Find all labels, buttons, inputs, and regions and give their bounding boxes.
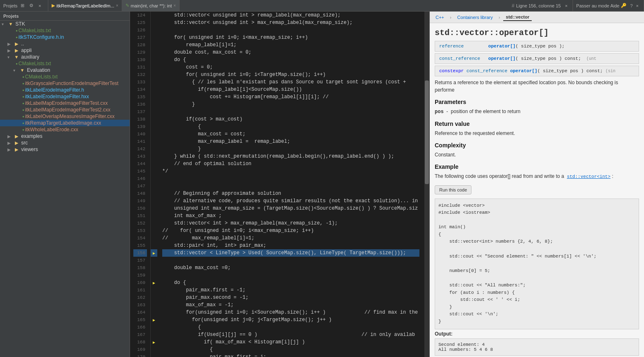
sidebar-item-labelerode-h[interactable]: ● itkLabelErodeImageFilter.h [0, 87, 130, 93]
code-line-166: { [162, 324, 419, 331]
dotdot-arrow: ▶ [7, 42, 13, 46]
indicator-132 [151, 71, 157, 78]
line-number-141: 141 [133, 138, 147, 145]
line-number-168: 168 [133, 338, 147, 346]
code-line-154: // max_remap_label[i]=1; [162, 234, 419, 242]
src-folder-icon: ▶ [13, 140, 20, 146]
project-label-section: Projets ⊞ ⚙ × [0, 0, 48, 11]
main-tab-close[interactable]: × [173, 3, 176, 8]
grayscale-status-icon: ● [22, 82, 24, 85]
indicator-147 [151, 182, 157, 190]
main-layout: Projets ▾ ▼ STK ● CMakeLists.txt ● [0, 12, 644, 357]
sidebar-tree[interactable]: ▾ ▼ STK ● CMakeLists.txt ● itkSTKConfigu… [0, 21, 130, 357]
line-number-147: 147 [133, 182, 147, 190]
indicator-137 [151, 108, 157, 116]
remap-tab-close[interactable]: × [116, 3, 118, 8]
project-icon-2[interactable]: ⚙ [28, 2, 35, 9]
line-number-139: 139 [133, 123, 147, 130]
sidebar-item-appli[interactable]: ▶ ▶ appli [0, 47, 130, 54]
line-number-162: 162 [133, 294, 147, 301]
doc-tab-containers[interactable]: Containers library [455, 14, 495, 21]
code-line-125: std::vector< unsigned int > max_remap_la… [162, 19, 419, 26]
examples-folder-icon: ▶ [13, 134, 20, 139]
sidebar-item-cmake3[interactable]: ● CMakeLists.txt [0, 73, 130, 80]
line-number-145: 145 [133, 168, 147, 175]
line-info-section: # Ligne 156, colonne 15 × [508, 0, 573, 11]
help-icon-2[interactable]: ? [628, 2, 634, 9]
remap-status-icon: ● [22, 121, 24, 125]
labelmap-test-status-icon: ● [22, 102, 24, 105]
code-line-170: pair_max.first = i; [162, 353, 419, 357]
code-line-126 [162, 26, 419, 34]
sidebar-item-cmake2[interactable]: ● CMakeLists.txt [0, 60, 130, 67]
editor-content: 1241251261271281291301311321331341351361… [130, 12, 429, 357]
labelerode-hxx-status-icon: ● [22, 95, 24, 99]
main-tab-label: main(int, char **): int [131, 3, 172, 8]
sidebar-item-cmake1[interactable]: ● CMakeLists.txt [0, 27, 130, 34]
editor-area: 1241251261271281291301311321331341351361… [130, 12, 429, 357]
code-line-165: for(unsigned int j=0; j<TargetMap.size()… [162, 316, 419, 324]
sidebar-item-viewers[interactable]: ▶ ▶ viewers [0, 146, 130, 153]
doc-example-link[interactable]: std::vector<int> [567, 174, 611, 179]
sidebar-item-labelerode-hxx[interactable]: ● itkLabelErodeImageFilter.hxx [0, 93, 130, 100]
line-number-150: 150 [133, 205, 147, 212]
stk-folder-icon: ▼ [7, 21, 14, 26]
line-number-156: 156 [133, 249, 147, 257]
window-close-icon[interactable]: × [635, 2, 640, 9]
line-number-151: 151 [133, 212, 147, 220]
indicator-128 [151, 41, 157, 49]
sidebar-item-dotdot[interactable]: ▶ ▶ .. [0, 40, 130, 47]
help-label: Passer au mode Aide [576, 3, 620, 8]
sidebar-item-grayscale[interactable]: ● itkGrayscaleFunctionErodeImageFilterTe… [0, 80, 130, 87]
indicator-140 [151, 130, 157, 138]
indicator-130 [151, 56, 157, 64]
sig2-fn: operator[] [488, 56, 516, 61]
sidebar-item-appli-label: appli [20, 47, 32, 53]
help-icon-1[interactable]: 🔑 [619, 2, 628, 9]
indicator-145 [151, 168, 157, 175]
line-number-143: 143 [133, 153, 147, 160]
sidebar-item-src[interactable]: ▶ ▶ src [0, 139, 130, 146]
line-number-135: 135 [133, 93, 147, 101]
indicator-156: ► [151, 249, 157, 257]
sidebar-item-labelmap-test2[interactable]: ● itkLabelMapErodeImageFilterTest2.cxx [0, 106, 130, 113]
sidebar-item-examples[interactable]: ▶ ▶ examples [0, 133, 130, 139]
project-label: Projets [3, 3, 17, 8]
sidebar-item-remap[interactable]: ● itkRemapTargetLabelledImage.cxx [0, 120, 130, 126]
doc-sig-2: const_reference operator[]( size_type po… [435, 53, 639, 64]
editor-tab-main[interactable]: ✎ main(int, char **): int × [122, 0, 180, 11]
doc-tab-cpp[interactable]: C++ [433, 14, 447, 21]
sidebar-item-stkconfig[interactable]: ● itkSTKConfigure.h.in [0, 34, 130, 40]
code-editor[interactable]: std::vector< unsigned int > remap_label(… [157, 12, 424, 357]
wholelabel-status-icon: ● [22, 128, 24, 132]
project-icon-1[interactable]: ⊞ [19, 2, 26, 9]
doc-tab-vector[interactable]: std::vector [503, 14, 532, 21]
sidebar-item-wholelabel[interactable]: ● itkWholeLabelErode.cxx [0, 126, 130, 133]
code-line-153: // for( unsigned int i=0; i<max_remap_si… [162, 227, 419, 234]
editor-tab-remap[interactable]: ▶ itkRemapTargetLabelledIm... × [48, 0, 122, 11]
indicator-154 [151, 234, 157, 242]
doc-panel: C++ › Containers library › std::vector s… [429, 12, 644, 357]
sidebar-item-evaluation[interactable]: ▾ ▼ Evaluation [0, 67, 130, 73]
line-close-icon[interactable]: × [563, 2, 569, 9]
code-line-157 [162, 257, 419, 264]
project-icon-3[interactable]: × [37, 2, 43, 9]
indicator-170 [151, 353, 157, 357]
indicator-169 [151, 346, 157, 353]
sig3-kw: constexpr [439, 69, 464, 73]
editor-scrollbar[interactable] [424, 12, 429, 357]
line-number-164: 164 [133, 309, 147, 316]
line-number-163: 163 [133, 301, 147, 309]
run-code-button[interactable]: Run this code [435, 185, 471, 194]
line-number-157: 157 [133, 257, 147, 264]
sidebar-item-stk[interactable]: ▾ ▼ STK [0, 21, 130, 27]
sig1-params: ( size_type pos ); [516, 44, 565, 49]
sidebar-item-labelmap-test-label: itkLabelMapErodeImageFilterTest.cxx [25, 100, 108, 106]
indicator-133 [151, 78, 157, 86]
indicator-139 [151, 123, 157, 130]
cmake3-status-icon: ● [22, 75, 24, 79]
sidebar-item-auxiliary[interactable]: ▾ ▼ auxiliary [0, 54, 130, 60]
sidebar-item-labeloverlap[interactable]: ● itkLabelOverlapMeasuresImageFilter.cxx [0, 113, 130, 120]
sig2-params: ( size_type pos ) const; [516, 56, 581, 61]
sidebar-item-labelmap-test[interactable]: ● itkLabelMapErodeImageFilterTest.cxx [0, 100, 130, 106]
